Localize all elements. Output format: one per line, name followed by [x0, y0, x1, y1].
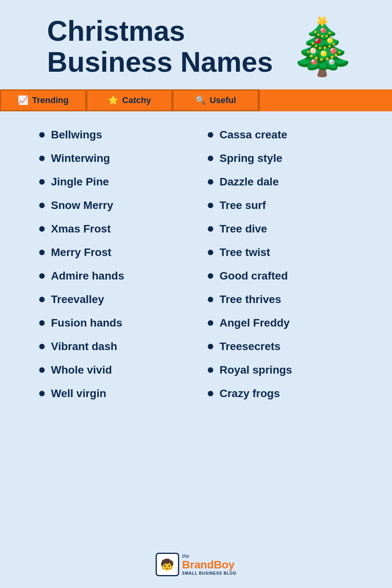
list-item: Crazy frogs: [200, 382, 368, 405]
name-text: Admire hands: [51, 270, 124, 282]
name-text: Xmas Frost: [51, 223, 111, 235]
tab-catchy[interactable]: ⭐ Catchy: [86, 89, 172, 111]
bullet-icon: [208, 367, 213, 373]
name-text: Well virgin: [51, 387, 106, 400]
bullet-icon: [39, 297, 45, 302]
bullet-icon: [208, 226, 213, 232]
bullet-icon: [39, 344, 45, 349]
bullet-icon: [39, 273, 45, 279]
list-item: Merry Frost: [31, 241, 200, 264]
bullet-icon: [39, 391, 45, 396]
header: Christmas Business Names 🎄: [0, 0, 392, 85]
list-item: Jingle Pine: [31, 170, 200, 194]
list-item: Admire hands: [31, 264, 200, 288]
list-item: Whole vivid: [31, 358, 200, 382]
list-item: Angel Freddy: [200, 311, 368, 335]
name-text: Treesecrets: [220, 340, 281, 353]
list-item: Tree thrives: [200, 288, 368, 311]
list-item: Tree surf: [200, 194, 368, 217]
bullet-icon: [208, 344, 213, 349]
bullet-icon: [39, 132, 45, 138]
name-text: Angel Freddy: [220, 317, 290, 329]
name-text: Tree twist: [220, 246, 270, 259]
list-item: Winterwing: [31, 147, 200, 170]
list-item: Cassa create: [200, 123, 368, 147]
name-text: Merry Frost: [51, 246, 111, 259]
right-column: Cassa createSpring styleDazzle daleTree …: [200, 123, 368, 533]
name-text: Whole vivid: [51, 364, 112, 376]
page-wrapper: Christmas Business Names 🎄 📈 Trending ⭐ …: [0, 0, 392, 588]
bullet-icon: [39, 250, 45, 255]
bullet-icon: [39, 226, 45, 232]
name-text: Treevalley: [51, 293, 104, 306]
bullet-icon: [39, 179, 45, 185]
list-item: Treevalley: [31, 288, 200, 311]
bullet-icon: [208, 203, 213, 208]
name-text: Fusion hands: [51, 317, 122, 329]
list-item: Fusion hands: [31, 311, 200, 335]
bullet-icon: [208, 250, 213, 255]
names-section: BellwingsWinterwingJingle PineSnow Merry…: [0, 111, 392, 545]
bullet-icon: [208, 391, 213, 396]
name-text: Cassa create: [220, 129, 287, 141]
brandboy-logo: 🧒 the BrandBoy SMALL BUSINESS BLOG: [156, 553, 237, 576]
bullet-icon: [39, 156, 45, 161]
list-item: Xmas Frost: [31, 217, 200, 241]
bullet-icon: [39, 320, 45, 326]
list-item: Treesecrets: [200, 335, 368, 358]
tab-useful[interactable]: 🔍 Useful: [172, 89, 259, 111]
useful-icon: 🔍: [195, 95, 206, 105]
logo-text-block: the BrandBoy SMALL BUSINESS BLOG: [182, 554, 237, 575]
list-item: Royal springs: [200, 358, 368, 382]
logo-the: the: [182, 554, 237, 559]
tab-bar: 📈 Trending ⭐ Catchy 🔍 Useful: [0, 89, 392, 111]
tab-useful-label: Useful: [210, 95, 236, 105]
list-item: Tree dive: [200, 217, 368, 241]
logo-brand: BrandBoy: [182, 559, 237, 571]
name-text: Crazy frogs: [220, 387, 280, 400]
name-text: Royal springs: [220, 364, 292, 376]
name-text: Tree surf: [220, 199, 266, 212]
list-item: Dazzle dale: [200, 170, 368, 194]
bullet-icon: [39, 367, 45, 373]
catchy-icon: ⭐: [108, 95, 118, 105]
logo-sub: SMALL BUSINESS BLOG: [182, 571, 237, 575]
trending-icon: 📈: [18, 95, 28, 105]
list-item: Snow Merry: [31, 194, 200, 217]
tab-catchy-label: Catchy: [122, 95, 151, 105]
tab-bar-end: [259, 89, 392, 111]
name-text: Jingle Pine: [51, 176, 109, 188]
tab-trending-label: Trending: [32, 95, 69, 105]
list-item: Tree twist: [200, 241, 368, 264]
brand-text2: Boy: [214, 559, 234, 571]
left-column: BellwingsWinterwingJingle PineSnow Merry…: [31, 123, 200, 533]
name-text: Tree thrives: [220, 293, 281, 306]
logo-icon: 🧒: [156, 553, 179, 576]
name-text: Dazzle dale: [220, 176, 279, 188]
brand-text1: Brand: [182, 559, 214, 571]
title-line1: Christmas: [47, 16, 273, 47]
list-item: Spring style: [200, 147, 368, 170]
logo-emoji: 🧒: [160, 558, 174, 571]
list-item: Good crafted: [200, 264, 368, 288]
bullet-icon: [208, 156, 213, 161]
bullet-icon: [208, 297, 213, 302]
list-item: Well virgin: [31, 382, 200, 405]
name-text: Bellwings: [51, 129, 102, 141]
bullet-icon: [39, 203, 45, 208]
name-text: Winterwing: [51, 152, 110, 165]
bullet-icon: [208, 179, 213, 185]
bullet-icon: [208, 320, 213, 326]
tab-trending[interactable]: 📈 Trending: [0, 89, 86, 111]
footer: 🧒 the BrandBoy SMALL BUSINESS BLOG: [0, 545, 392, 588]
name-text: Spring style: [220, 152, 282, 165]
title-line2: Business Names: [47, 47, 273, 78]
name-text: Vibrant dash: [51, 340, 117, 353]
bullet-icon: [208, 132, 213, 138]
bullet-icon: [208, 273, 213, 279]
list-item: Bellwings: [31, 123, 200, 147]
name-text: Tree dive: [220, 223, 267, 235]
tree-emoji: 🎄: [288, 19, 357, 74]
list-item: Vibrant dash: [31, 335, 200, 358]
name-text: Snow Merry: [51, 199, 113, 212]
